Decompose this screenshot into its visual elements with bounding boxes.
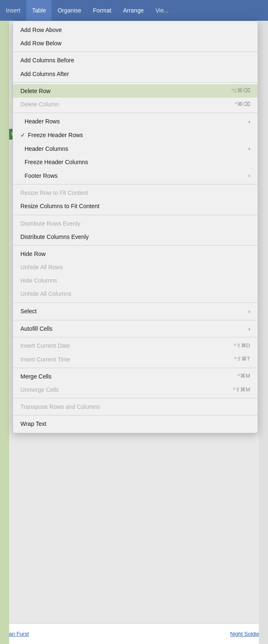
menu-item-label-hide-row: Hide Row [20, 250, 46, 258]
separator-after-select [13, 320, 258, 320]
menu-item-label-select: Select [20, 307, 37, 315]
menu-item-label-distribute-rows: Distribute Rows Evenly [20, 220, 80, 227]
menu-item-unhide-all-columns: Unhide All Columns [13, 287, 258, 300]
shortcut-delete-column: ^⌘⌫ [235, 101, 250, 108]
menu-item-label-hide-columns: Hide Columns [20, 277, 57, 284]
menu-item-freeze-header-columns[interactable]: Freeze Header Columns [13, 155, 258, 169]
menu-item-autofill-cells[interactable]: Autofill Cells› [13, 322, 258, 336]
menubar-table[interactable]: Table [26, 0, 52, 21]
menu-item-label-add-row-above: Add Row Above [20, 26, 62, 34]
shortcut-unmerge-cells: ^⇧⌘M [233, 386, 250, 393]
menu-item-add-row-below[interactable]: Add Row Below [13, 37, 258, 50]
menu-item-label-freeze-header-columns: Freeze Header Columns [25, 158, 88, 166]
menu-item-insert-current-date: Insert Current Date^⇧⌘D [13, 339, 258, 352]
separator-after-resize-columns-fit [13, 215, 258, 215]
menu-item-label-add-columns-after: Add Columns After [20, 70, 69, 78]
separator-after-unhide-all-columns [13, 302, 258, 303]
table-dropdown-menu: Add Row AboveAdd Row BelowAdd Columns Be… [12, 21, 258, 433]
menu-item-add-row-above[interactable]: Add Row Above [13, 23, 258, 37]
separator-after-add-row-below [13, 52, 258, 52]
menu-item-label-wrap-text: Wrap Text [20, 420, 47, 428]
menubar-insert[interactable]: Insert [0, 0, 26, 21]
menu-item-header-columns[interactable]: Header Columns› [13, 142, 258, 155]
checkmark-spacer [20, 118, 22, 125]
menu-item-label-insert-current-time: Insert Current Time [20, 356, 70, 363]
menu-item-add-columns-before[interactable]: Add Columns Before [13, 54, 258, 67]
separator-after-delete-column [13, 113, 258, 113]
menu-item-wrap-text[interactable]: Wrap Text [13, 417, 258, 430]
separator-after-autofill-cells [13, 337, 258, 337]
shortcut-merge-cells: ^⌘M [238, 373, 250, 380]
menu-item-delete-column: Delete Column^⌘⌫ [13, 98, 258, 111]
menu-item-hide-columns: Hide Columns [13, 274, 258, 287]
menu-item-freeze-header-rows[interactable]: ✓Freeze Header Rows [13, 128, 258, 142]
menu-item-label-freeze-header-rows: Freeze Header Rows [28, 131, 83, 139]
chevron-icon-select: › [248, 308, 250, 315]
menu-item-label-unhide-all-rows: Unhide All Rows [20, 263, 63, 271]
menu-item-select[interactable]: Select› [13, 305, 258, 318]
right-sidebar [259, 21, 268, 644]
checkmark-icon: ✓ [20, 131, 25, 139]
left-sidebar [0, 21, 9, 644]
menu-item-resize-columns-fit[interactable]: Resize Columns to Fit Content [13, 199, 258, 213]
menubar-organise[interactable]: Organise [52, 0, 87, 21]
menu-item-label-insert-current-date: Insert Current Date [20, 342, 70, 349]
menu-item-distribute-columns[interactable]: Distribute Columns Evenly [13, 230, 258, 243]
chevron-icon-footer-rows: › [248, 172, 250, 179]
menu-item-label-add-columns-before: Add Columns Before [20, 57, 74, 64]
separator-after-footer-rows [13, 184, 258, 184]
chevron-icon-header-columns: › [248, 145, 250, 152]
menu-item-label-header-rows: Header Rows [25, 118, 60, 125]
menu-item-distribute-rows: Distribute Rows Evenly [13, 217, 258, 230]
separator-after-insert-current-time [13, 368, 258, 368]
checkmark-spacer [20, 145, 22, 152]
menu-item-label-header-columns: Header Columns [25, 145, 68, 152]
menu-item-footer-rows[interactable]: Footer Rows› [13, 169, 258, 182]
menu-item-insert-current-time: Insert Current Time^⇧⌘T [13, 353, 258, 366]
menu-item-delete-row[interactable]: Delete Row⌥⌘⌫ [13, 84, 258, 98]
menu-item-add-columns-after[interactable]: Add Columns After [13, 67, 258, 81]
menu-item-label-delete-column: Delete Column [20, 101, 59, 108]
menu-item-unmerge-cells: Unmerge Cells^⇧⌘M [13, 383, 258, 396]
shortcut-insert-current-time: ^⇧⌘T [234, 356, 250, 363]
menu-item-label-add-row-below: Add Row Below [20, 39, 62, 47]
separator-after-distribute-columns [13, 245, 258, 246]
menu-item-resize-row-fit: Resize Row to Fit Content [13, 186, 258, 199]
menu-item-unhide-all-rows: Unhide All Rows [13, 261, 258, 274]
separator-after-unmerge-cells [13, 398, 258, 398]
menu-item-label-merge-cells: Merge Cells [20, 373, 52, 380]
menu-item-label-unhide-all-columns: Unhide All Columns [20, 290, 71, 297]
menu-item-label-delete-row: Delete Row [20, 87, 50, 95]
menu-item-label-footer-rows: Footer Rows [25, 172, 57, 179]
shortcut-insert-current-date: ^⇧⌘D [234, 342, 251, 349]
chevron-icon-autofill-cells: › [248, 326, 250, 332]
menu-item-label-unmerge-cells: Unmerge Cells [20, 386, 59, 393]
menu-item-label-resize-columns-fit: Resize Columns to Fit Content [20, 202, 99, 210]
menu-item-label-transpose-rows-columns: Transpose Rows and Columns [20, 403, 100, 410]
chevron-icon-header-rows: › [248, 118, 250, 125]
menubar-arrange[interactable]: Arrange [117, 0, 150, 21]
separator-after-transpose-rows-columns [13, 415, 258, 415]
checkmark-spacer [20, 172, 22, 179]
menu-item-merge-cells[interactable]: Merge Cells^⌘M [13, 370, 258, 383]
menu-item-label-distribute-columns: Distribute Columns Evenly [20, 233, 89, 241]
menu-item-header-rows[interactable]: Header Rows› [13, 115, 258, 128]
menubar-view[interactable]: Vie... [149, 0, 174, 21]
menu-item-transpose-rows-columns: Transpose Rows and Columns [13, 400, 258, 413]
separator-after-add-columns-after [13, 82, 258, 83]
menu-item-label-resize-row-fit: Resize Row to Fit Content [20, 189, 88, 197]
menubar-format[interactable]: Format [87, 0, 117, 21]
checkmark-spacer [20, 158, 22, 166]
menu-item-hide-row[interactable]: Hide Row [13, 247, 258, 261]
menu-item-label-autofill-cells: Autofill Cells [20, 325, 52, 332]
menubar: Insert Table Organise Format Arrange Vie… [0, 0, 268, 21]
shortcut-delete-row: ⌥⌘⌫ [231, 87, 250, 94]
